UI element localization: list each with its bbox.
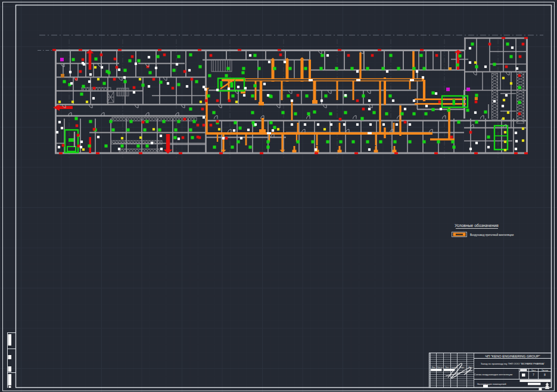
svg-text:Изм: Изм <box>432 366 435 369</box>
svg-text:ЧП "KENO ENGINEERING GROUP": ЧП "KENO ENGINEERING GROUP" <box>486 354 540 358</box>
svg-text:Кол.уч: Кол.уч <box>437 366 443 369</box>
svg-text:Воздуховод приточной вентиляци: Воздуховод приточной вентиляции <box>470 233 514 237</box>
svg-text:Лист: Лист <box>531 369 536 372</box>
svg-text:Условные обозначения: Условные обозначения <box>455 223 499 228</box>
svg-text:Экспликация помещений: Экспликация помещений <box>477 382 507 385</box>
svg-text:Листов: Листов <box>542 369 548 372</box>
svg-text:Завод по производству ТНП ООО: Завод по производству ТНП ООО "BIOFARM P… <box>481 362 545 365</box>
svg-text:Схема воздуховодов вентиляции: Схема воздуховодов вентиляции <box>474 373 513 376</box>
svg-text:Лист: Лист <box>445 366 449 369</box>
